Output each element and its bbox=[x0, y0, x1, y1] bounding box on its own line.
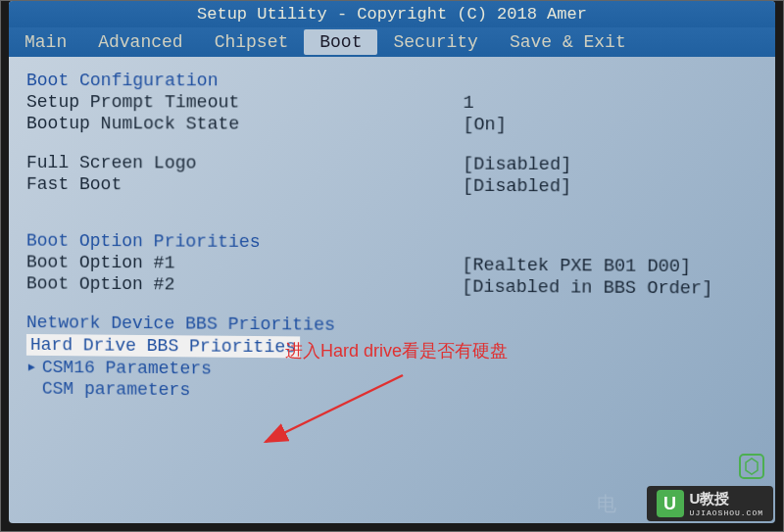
title-text: Setup Utility - Copyright (C) 2018 Amer bbox=[197, 5, 587, 24]
boot-option-1-value[interactable]: [Realtek PXE B01 D00] bbox=[462, 255, 691, 276]
menu-boot[interactable]: Boot bbox=[304, 29, 377, 55]
fastboot-value[interactable]: [Disabled] bbox=[463, 176, 571, 197]
cursor-arrow-icon: ▸ bbox=[26, 356, 42, 377]
boot-priorities-header: Boot Option Priorities bbox=[26, 231, 772, 256]
menu-main[interactable]: Main bbox=[9, 29, 82, 55]
boot-option-2-label: Boot Option #2 bbox=[26, 273, 462, 296]
watermark-sub-text: UJIAOSHOU.COM bbox=[690, 508, 763, 517]
numlock-value[interactable]: [On] bbox=[463, 115, 507, 134]
annotation-text: 进入Hard drive看是否有硬盘 bbox=[285, 339, 508, 363]
menu-advanced[interactable]: Advanced bbox=[82, 29, 198, 55]
csm16-item[interactable]: CSM16 Parameters bbox=[42, 358, 212, 379]
watermark-logo: U U教授 UJIAOSHOU.COM bbox=[647, 486, 773, 521]
menu-chipset[interactable]: Chipset bbox=[199, 29, 305, 55]
boot-option-1-label: Boot Option #1 bbox=[26, 253, 463, 275]
boot-option-2-value[interactable]: [Disabled in BBS Order] bbox=[462, 277, 712, 299]
title-bar: Setup Utility - Copyright (C) 2018 Amer bbox=[9, 1, 775, 27]
csm-item[interactable]: CSM parameters bbox=[42, 379, 190, 400]
fastboot-label: Fast Boot bbox=[26, 174, 463, 196]
watermark-ghost-text: 电 bbox=[597, 491, 616, 517]
setup-prompt-label: Setup Prompt Timeout bbox=[26, 92, 464, 113]
boot-config-header: Boot Configuration bbox=[26, 71, 774, 91]
menu-save-exit[interactable]: Save & Exit bbox=[494, 29, 642, 55]
numlock-label: Bootup NumLock State bbox=[26, 114, 464, 134]
logo-value[interactable]: [Disabled] bbox=[463, 154, 571, 174]
logo-label: Full Screen Logo bbox=[26, 153, 463, 174]
annotation-arrow-icon bbox=[246, 363, 422, 461]
menu-bar: Main Advanced Chipset Boot Security Save… bbox=[9, 27, 775, 57]
harddrive-bbs-item[interactable]: Hard Drive BBS Priorities bbox=[26, 334, 300, 358]
watermark-u-icon: U bbox=[657, 490, 684, 517]
setup-prompt-value[interactable]: 1 bbox=[464, 93, 474, 113]
svg-line-1 bbox=[266, 375, 403, 442]
watermark-main-text: U教授 bbox=[690, 490, 763, 508]
menu-security[interactable]: Security bbox=[377, 29, 493, 55]
watermark-shield-icon bbox=[734, 449, 769, 484]
